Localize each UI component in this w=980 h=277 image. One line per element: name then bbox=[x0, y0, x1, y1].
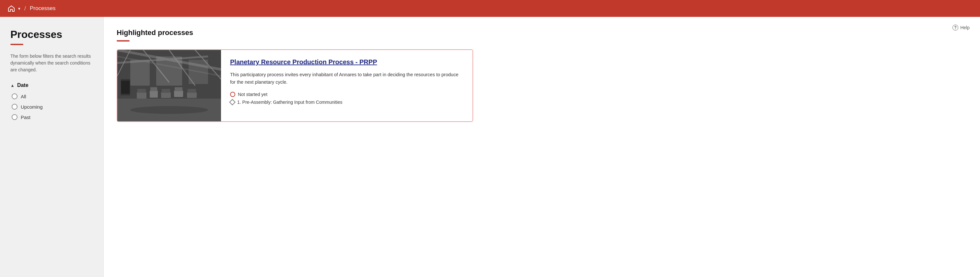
step-diamond-icon bbox=[229, 99, 235, 106]
filter-collapse-icon: ▲ bbox=[10, 83, 14, 88]
date-filter-header[interactable]: ▲ Date bbox=[10, 82, 93, 88]
svg-rect-17 bbox=[137, 89, 146, 93]
process-card-title[interactable]: Planetary Resource Production Process - … bbox=[230, 58, 463, 67]
help-label: Help bbox=[960, 25, 970, 30]
home-dropdown-icon[interactable]: ▾ bbox=[18, 6, 21, 11]
date-filter-section: ▲ Date All Upcoming Past bbox=[10, 82, 93, 120]
filter-option-past[interactable]: Past bbox=[12, 114, 93, 120]
svg-rect-23 bbox=[121, 81, 130, 94]
breadcrumb-processes: Processes bbox=[30, 5, 56, 12]
home-icon[interactable] bbox=[8, 5, 15, 12]
svg-rect-15 bbox=[174, 91, 183, 97]
highlighted-processes-title: Highlighted processes bbox=[117, 29, 967, 37]
help-icon: ? bbox=[953, 25, 958, 30]
process-step: 1. Pre-Assembly: Gathering Input from Co… bbox=[230, 99, 463, 105]
svg-rect-12 bbox=[137, 92, 146, 99]
sidebar-title: Processes bbox=[10, 29, 93, 40]
svg-rect-8 bbox=[130, 60, 150, 86]
section-title-underline bbox=[117, 40, 130, 42]
filter-all-label: All bbox=[21, 94, 26, 99]
main-layout: Processes The form below filters the sea… bbox=[0, 17, 980, 277]
svg-rect-10 bbox=[189, 60, 208, 84]
filter-upcoming-label: Upcoming bbox=[21, 104, 43, 110]
process-status-label: Not started yet bbox=[238, 92, 267, 97]
process-status: Not started yet bbox=[230, 92, 463, 97]
process-card-content: Planetary Resource Production Process - … bbox=[221, 50, 473, 121]
sidebar-title-underline bbox=[10, 44, 23, 45]
help-button[interactable]: ? Help bbox=[953, 25, 970, 30]
filter-option-upcoming[interactable]: Upcoming bbox=[12, 104, 93, 110]
sidebar: Processes The form below filters the sea… bbox=[0, 17, 104, 277]
svg-rect-21 bbox=[188, 89, 196, 93]
svg-rect-16 bbox=[187, 92, 197, 98]
process-card-description: This participatory process invites every… bbox=[230, 71, 463, 86]
svg-rect-19 bbox=[162, 89, 170, 93]
process-step-label: 1. Pre-Assembly: Gathering Input from Co… bbox=[237, 99, 342, 105]
svg-rect-18 bbox=[150, 87, 157, 91]
svg-rect-9 bbox=[156, 56, 182, 86]
radio-upcoming[interactable] bbox=[12, 104, 18, 110]
sidebar-description: The form below filters the search result… bbox=[10, 53, 93, 73]
radio-past[interactable] bbox=[12, 114, 18, 120]
svg-point-24 bbox=[130, 106, 208, 114]
radio-all[interactable] bbox=[12, 93, 18, 99]
process-card-image bbox=[117, 50, 221, 121]
svg-rect-20 bbox=[175, 87, 183, 91]
svg-rect-13 bbox=[150, 91, 158, 98]
breadcrumb-separator: / bbox=[24, 5, 26, 12]
svg-rect-14 bbox=[161, 92, 171, 98]
main-content: ? Help Highlighted processes bbox=[104, 17, 980, 277]
filter-past-label: Past bbox=[21, 115, 30, 120]
process-card: Planetary Resource Production Process - … bbox=[117, 49, 473, 122]
top-navigation: ▾ / Processes bbox=[0, 0, 980, 17]
filter-options-list: All Upcoming Past bbox=[10, 93, 93, 120]
filter-date-label: Date bbox=[17, 82, 29, 88]
filter-option-all[interactable]: All bbox=[12, 93, 93, 99]
status-dot-icon bbox=[230, 92, 235, 97]
